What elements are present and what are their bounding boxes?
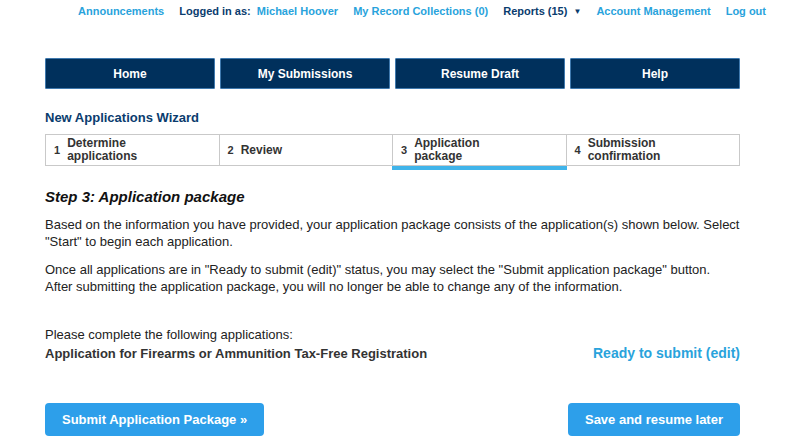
- record-collections-link[interactable]: My Record Collections (0): [353, 5, 488, 17]
- reports-label: Reports (15): [503, 5, 567, 17]
- step-label: Submission confirmation: [588, 137, 688, 163]
- instructions-paragraph-1: Based on the information you have provid…: [45, 216, 740, 250]
- main-content: New Applications Wizard 1 Determine appl…: [45, 110, 740, 436]
- save-and-resume-later-button[interactable]: Save and resume later: [568, 403, 740, 436]
- user-name-link[interactable]: Michael Hoover: [257, 5, 338, 17]
- step-number: 4: [575, 144, 581, 156]
- nav-button-my-submissions[interactable]: My Submissions: [220, 58, 390, 89]
- wizard-step-review[interactable]: 2 Review: [219, 134, 394, 166]
- logged-in-prefix: Logged in as:: [179, 5, 251, 17]
- announcements-link[interactable]: Announcements: [78, 5, 164, 17]
- wizard-step-submission-confirmation[interactable]: 4 Submission confirmation: [566, 134, 741, 166]
- nav-button-home[interactable]: Home: [45, 58, 215, 89]
- step-label: Review: [241, 144, 282, 157]
- logout-link[interactable]: Log out: [726, 5, 766, 17]
- application-name: Application for Firearms or Ammunition T…: [45, 346, 427, 361]
- top-utility-bar: Announcements Logged in as: Michael Hoov…: [0, 0, 786, 17]
- wizard-title: New Applications Wizard: [45, 110, 740, 125]
- submit-application-package-button[interactable]: Submit Application Package »: [45, 403, 264, 436]
- wizard-step-application-package[interactable]: 3 Application package: [392, 134, 567, 166]
- page-title: Step 3: Application package: [45, 188, 740, 205]
- step-label: Application package: [414, 137, 514, 163]
- step-number: 3: [401, 144, 407, 156]
- applications-section: Please complete the following applicatio…: [45, 327, 740, 361]
- application-row: Application for Firearms or Ammunition T…: [45, 345, 740, 361]
- logged-in-as: Logged in as: Michael Hoover: [179, 5, 338, 17]
- wizard-steps: 1 Determine applications 2 Review 3 Appl…: [45, 134, 740, 166]
- main-navigation: Home My Submissions Resume Draft Help: [45, 58, 740, 89]
- nav-button-resume-draft[interactable]: Resume Draft: [395, 58, 565, 89]
- account-management-link[interactable]: Account Management: [596, 5, 710, 17]
- step-number: 1: [54, 144, 60, 156]
- step-label: Determine applications: [67, 137, 167, 163]
- application-status-link[interactable]: Ready to submit (edit): [593, 345, 740, 361]
- chevron-down-icon: ▼: [573, 7, 581, 16]
- step-number: 2: [228, 144, 234, 156]
- wizard-step-determine-applications[interactable]: 1 Determine applications: [45, 134, 220, 166]
- applications-intro: Please complete the following applicatio…: [45, 327, 740, 342]
- action-buttons: Submit Application Package » Save and re…: [45, 403, 740, 436]
- nav-button-help[interactable]: Help: [570, 58, 740, 89]
- instructions-paragraph-2: Once all applications are in "Ready to s…: [45, 261, 740, 295]
- reports-dropdown[interactable]: Reports (15) ▼: [503, 5, 581, 17]
